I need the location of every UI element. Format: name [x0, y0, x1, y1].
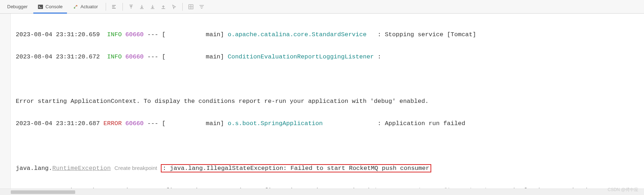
layout-button[interactable]: [110, 2, 119, 11]
log-empty: [16, 140, 639, 151]
stacktrace-line: at org.apache.rocketmq.spring.autoconfig…: [16, 185, 639, 188]
log-line: 2023-08-04 23:31:20.672 INFO 60660 --- […: [16, 51, 639, 62]
separator: [106, 3, 106, 11]
actuator-icon: [73, 4, 78, 10]
grid-button[interactable]: [186, 2, 196, 11]
upload-button[interactable]: [159, 2, 168, 11]
log-line: 2023-08-04 23:31:20.659 INFO 60660 --- […: [16, 29, 639, 40]
scroll-top-button[interactable]: [126, 2, 136, 11]
cursor-button[interactable]: [169, 2, 179, 11]
log-line: 2023-08-04 23:31:20.687 ERROR 60660 --- …: [16, 118, 639, 129]
highlighted-exception: : java.lang.IllegalStateException: Faile…: [161, 164, 431, 172]
watermark: CSDN @何中应: [607, 187, 638, 193]
exception-line: java.lang.RuntimeException Create breakp…: [16, 162, 639, 174]
log-empty: [16, 73, 639, 85]
tab-console[interactable]: Console: [33, 0, 67, 13]
separator: [182, 3, 183, 11]
tab-actuator[interactable]: Actuator: [68, 0, 102, 13]
svg-rect-0: [38, 5, 43, 9]
tab-debugger[interactable]: Debugger: [3, 0, 32, 13]
log-line: Error starting ApplicationContext. To di…: [16, 96, 639, 107]
source-link[interactable]: ListenerContainerConfiguration.java:123: [370, 187, 513, 188]
tab-actuator-label: Actuator: [81, 4, 98, 9]
separator: [122, 3, 123, 11]
download-button-2[interactable]: [148, 2, 157, 11]
tab-debugger-label: Debugger: [7, 4, 28, 9]
create-breakpoint-link[interactable]: Create breakpoint: [114, 165, 157, 171]
download-button-1[interactable]: [137, 2, 146, 11]
scrollbar-thumb[interactable]: [11, 190, 75, 194]
toolbar: Debugger Console Actuator: [0, 0, 644, 14]
gutter: [0, 14, 11, 195]
exception-type-link[interactable]: RuntimeException: [52, 165, 111, 172]
horizontal-scrollbar[interactable]: [0, 189, 644, 195]
console-icon: [38, 4, 43, 10]
tab-console-label: Console: [45, 4, 63, 9]
filter-button[interactable]: [197, 2, 206, 11]
console-output[interactable]: 2023-08-04 23:31:20.659 INFO 60660 --- […: [11, 14, 644, 188]
